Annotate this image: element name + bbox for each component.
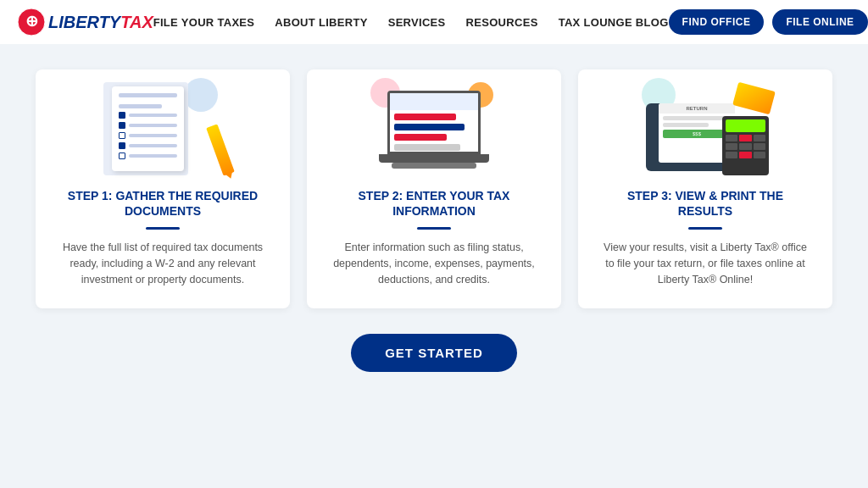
step-3-title: STEP 3: VIEW & PRINT THE RESULTS xyxy=(598,188,812,219)
step-3-card: RETURN $$$ xyxy=(578,69,832,308)
logo-tax: TAX xyxy=(120,13,153,32)
logo-globe-icon: ⊕ xyxy=(17,8,46,36)
step-3-divider xyxy=(688,227,722,230)
main-content: STEP 1: GATHER THE REQUIRED DOCUMENTS Ha… xyxy=(0,44,868,488)
navbar: ⊕ LIBERTY TAX FILE YOUR TAXES ABOUT LIBE… xyxy=(0,0,868,44)
step-3-illustration: RETURN $$$ xyxy=(598,69,812,180)
steps-container: STEP 1: GATHER THE REQUIRED DOCUMENTS Ha… xyxy=(34,69,834,308)
nav-right-actions: FIND OFFICE FILE ONLINE 🔍 xyxy=(669,9,868,35)
step-2-title: STEP 2: ENTER YOUR TAX INFORMATION xyxy=(327,188,541,219)
nav-tax-lounge-blog[interactable]: TAX LOUNGE BLOG xyxy=(559,16,669,29)
nav-services[interactable]: SERVICES xyxy=(388,16,446,29)
logo[interactable]: ⊕ LIBERTY TAX xyxy=(17,8,153,36)
nav-resources[interactable]: RESOURCES xyxy=(466,16,538,29)
step-1-card: STEP 1: GATHER THE REQUIRED DOCUMENTS Ha… xyxy=(36,69,290,308)
step-1-divider xyxy=(146,227,180,230)
nav-file-your-taxes[interactable]: FILE YOUR TAXES xyxy=(153,16,255,29)
step-2-description: Enter information such as filing status,… xyxy=(327,240,541,287)
step-1-description: Have the full list of required tax docum… xyxy=(56,240,270,287)
nav-about-liberty[interactable]: ABOUT LIBERTY xyxy=(275,16,367,29)
step-2-illustration xyxy=(327,69,541,180)
svg-text:⊕: ⊕ xyxy=(25,13,38,30)
cta-area: GET STARTED xyxy=(34,334,834,372)
step-2-divider xyxy=(417,227,451,230)
step-2-card: STEP 2: ENTER YOUR TAX INFORMATION Enter… xyxy=(307,69,561,308)
money-label: $$$ xyxy=(663,130,731,138)
file-online-button[interactable]: FILE ONLINE xyxy=(772,9,867,35)
find-office-button[interactable]: FIND OFFICE xyxy=(669,9,765,35)
nav-links: FILE YOUR TAXES ABOUT LIBERTY SERVICES R… xyxy=(153,16,669,29)
step-3-description: View your results, visit a Liberty Tax® … xyxy=(598,240,812,287)
return-label: RETURN xyxy=(659,103,735,114)
step-1-title: STEP 1: GATHER THE REQUIRED DOCUMENTS xyxy=(56,188,270,219)
logo-liberty: LIBERTY xyxy=(48,13,120,32)
get-started-button[interactable]: GET STARTED xyxy=(351,334,517,372)
step-1-illustration xyxy=(56,69,270,180)
